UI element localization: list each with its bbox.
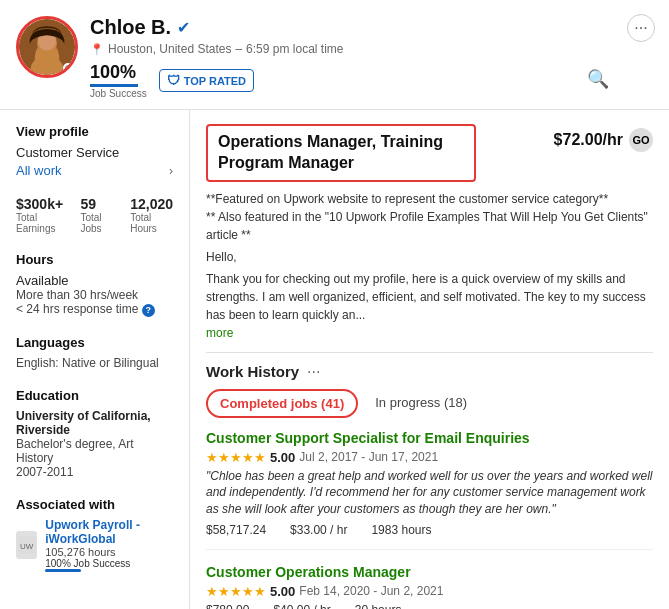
avatar xyxy=(16,16,78,78)
verified-icon: ✔ xyxy=(177,18,190,37)
total-jobs-label: Total Jobs xyxy=(80,212,116,234)
badge-label: TOP RATED xyxy=(184,75,246,87)
job-success-bar xyxy=(90,84,138,87)
main-layout: View profile Customer Service All work ›… xyxy=(0,110,669,609)
separator: – xyxy=(235,42,242,56)
bio-hello: Hello, xyxy=(206,248,653,266)
location-icon: 📍 xyxy=(90,43,104,56)
job-earnings: $58,717.24 xyxy=(206,523,266,537)
degree: Bachelor's degree, Art History xyxy=(16,437,173,465)
category-item: Customer Service xyxy=(16,145,173,160)
education-section: Education University of California, Rive… xyxy=(16,388,173,479)
assoc-logo: UW xyxy=(16,531,37,559)
job-hours: 30 hours xyxy=(355,603,402,609)
job-success-block: 100% Job Success xyxy=(90,62,147,99)
tab-in-progress[interactable]: In progress (18) xyxy=(362,389,480,418)
go-button[interactable]: GO xyxy=(629,128,653,152)
main-content: Operations Manager, Training Program Man… xyxy=(190,110,669,609)
location: Houston, United States xyxy=(108,42,231,56)
total-hours-val: 12,020 xyxy=(130,196,173,212)
assoc-success-row: 100% Job Success xyxy=(45,558,173,569)
total-hours-label: Total Hours xyxy=(130,212,173,234)
job-meta-row: $780.00 $40.00 / hr 30 hours xyxy=(206,603,653,609)
rate-value: $72.00/hr xyxy=(554,131,623,149)
rating-value: 5.00 xyxy=(270,450,295,465)
job-success-pct: 100% xyxy=(90,62,136,83)
assoc-success-text: 100% Job Success xyxy=(45,558,130,569)
associated-section: Associated with UW Upwork Payroll - iWor… xyxy=(16,497,173,572)
associated-block: UW Upwork Payroll - iWorkGlobal 105,276 … xyxy=(16,518,173,572)
online-status-dot xyxy=(63,63,73,73)
more-link[interactable]: more xyxy=(206,326,233,340)
top-bar: Chloe B. ✔ 📍 Houston, United States – 6:… xyxy=(0,0,669,110)
university: University of California, Riverside xyxy=(16,409,173,437)
zoom-icon: 🔍 xyxy=(587,68,609,90)
hours-section-label: Hours xyxy=(16,252,173,267)
shield-icon: 🛡 xyxy=(167,73,180,88)
category-label: Customer Service xyxy=(16,145,119,160)
job-earnings: $780.00 xyxy=(206,603,249,609)
job-rate: $40.00 / hr xyxy=(273,603,330,609)
associated-label: Associated with xyxy=(16,497,173,512)
job-rate: $33.00 / hr xyxy=(290,523,347,537)
education-years: 2007-2011 xyxy=(16,465,173,479)
stars-row: ★★★★★ 5.00 Feb 14, 2020 - Jun 2, 2021 xyxy=(206,584,653,599)
view-profile-section: View profile Customer Service All work › xyxy=(16,124,173,178)
total-jobs-block: 59 Total Jobs xyxy=(80,196,116,234)
total-earnings-block: $300k+ Total Earnings xyxy=(16,196,66,234)
stars-row: ★★★★★ 5.00 Jul 2, 2017 - Jun 17, 2021 xyxy=(206,450,653,465)
total-earnings-val: $300k+ xyxy=(16,196,66,212)
total-earnings-label: Total Earnings xyxy=(16,212,66,234)
date-range: Jul 2, 2017 - Jun 17, 2021 xyxy=(299,450,438,464)
top-rated-badge: 🛡 TOP RATED xyxy=(159,69,254,92)
all-work-item[interactable]: All work › xyxy=(16,163,173,178)
chevron-right-icon: › xyxy=(169,164,173,178)
tabs-row: Completed jobs (41) In progress (18) xyxy=(206,389,653,418)
date-range: Feb 14, 2020 - Jun 2, 2021 xyxy=(299,584,443,598)
all-work-link[interactable]: All work xyxy=(16,163,62,178)
job-card: Customer Support Specialist for Email En… xyxy=(206,430,653,550)
work-history-title: Work History xyxy=(206,363,299,380)
hours-per-week: More than 30 hrs/week xyxy=(16,288,173,302)
local-time: 6:59 pm local time xyxy=(246,42,343,56)
work-history-more-icon[interactable]: ··· xyxy=(307,363,320,381)
earnings-section: $300k+ Total Earnings 59 Total Jobs 12,0… xyxy=(16,196,173,234)
bio-line1: **Featured on Upwork website to represen… xyxy=(206,190,653,208)
hours-availability: Available xyxy=(16,273,173,288)
hours-section: Hours Available More than 30 hrs/week < … xyxy=(16,252,173,317)
tab-completed[interactable]: Completed jobs (41) xyxy=(206,389,358,418)
work-history-header: Work History ··· xyxy=(206,352,653,381)
job-review: "Chloe has been a great help and worked … xyxy=(206,468,653,518)
profile-name: Chloe B. xyxy=(90,16,171,39)
stars-icon: ★★★★★ xyxy=(206,584,266,599)
assoc-company-name: Upwork Payroll - iWorkGlobal xyxy=(45,518,173,546)
profile-info: Chloe B. ✔ 📍 Houston, United States – 6:… xyxy=(90,16,653,99)
response-time: < 24 hrs response time ? xyxy=(16,302,173,317)
bio-body: Thank you for checking out my profile, h… xyxy=(206,270,653,324)
stars-icon: ★★★★★ xyxy=(206,450,266,465)
rating-value: 5.00 xyxy=(270,584,295,599)
assoc-hours: 105,276 hours xyxy=(45,546,173,558)
assoc-progress-bar xyxy=(45,569,81,572)
total-jobs-val: 59 xyxy=(80,196,116,212)
job-title-box: Operations Manager, Training Program Man… xyxy=(206,124,476,182)
more-options-button[interactable]: ··· xyxy=(627,14,655,42)
title-rate-row: Operations Manager, Training Program Man… xyxy=(206,124,653,190)
job-success-label: Job Success xyxy=(90,88,147,99)
job-meta-row: $58,717.24 $33.00 / hr 1983 hours xyxy=(206,523,653,537)
job-card: Customer Operations Manager ★★★★★ 5.00 F… xyxy=(206,564,653,609)
bio-line2: ** Also featured in the "10 Upwork Profi… xyxy=(206,208,653,244)
job-title[interactable]: Customer Operations Manager xyxy=(206,564,653,580)
help-icon: ? xyxy=(142,304,155,317)
language-val: English: Native or Bilingual xyxy=(16,356,173,370)
job-title[interactable]: Customer Support Specialist for Email En… xyxy=(206,430,653,446)
total-hours-block: 12,020 Total Hours xyxy=(130,196,173,234)
svg-text:UW: UW xyxy=(20,542,34,551)
education-label: Education xyxy=(16,388,173,403)
job-hours: 1983 hours xyxy=(371,523,431,537)
languages-label: Languages xyxy=(16,335,173,350)
view-profile-label: View profile xyxy=(16,124,173,139)
bio-text: **Featured on Upwork website to represen… xyxy=(206,190,653,342)
sidebar: View profile Customer Service All work ›… xyxy=(0,110,190,609)
languages-section: Languages English: Native or Bilingual xyxy=(16,335,173,370)
